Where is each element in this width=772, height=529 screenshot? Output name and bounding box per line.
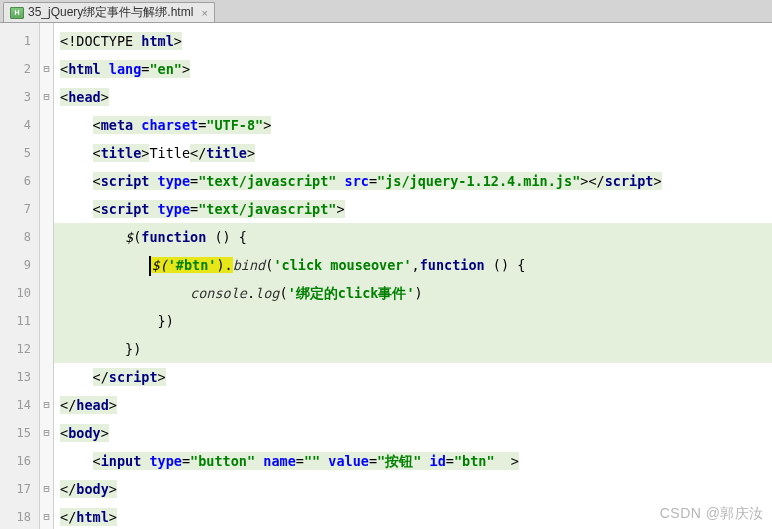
html-file-icon: H <box>10 7 24 19</box>
line-number: 1 <box>0 27 39 55</box>
code-line[interactable]: <!DOCTYPE html> <box>54 27 772 55</box>
line-number: 16 <box>0 447 39 475</box>
code-line[interactable]: </head> <box>54 391 772 419</box>
line-number-gutter: 1 2 3 4 5 6 7 8 9 10 11 12 13 14 15 16 1… <box>0 23 40 529</box>
code-line[interactable]: }) <box>54 335 772 363</box>
line-number: 15 <box>0 419 39 447</box>
line-number: 13 <box>0 363 39 391</box>
code-line[interactable]: <head> <box>54 83 772 111</box>
close-icon[interactable]: × <box>201 7 207 19</box>
line-number: 12 <box>0 335 39 363</box>
code-content[interactable]: <!DOCTYPE html> <html lang="en"> <head> … <box>54 23 772 529</box>
code-editor[interactable]: 1 2 3 4 5 6 7 8 9 10 11 12 13 14 15 16 1… <box>0 23 772 529</box>
code-line[interactable]: <body> <box>54 419 772 447</box>
line-number: 17 <box>0 475 39 503</box>
code-line[interactable]: <input type="button" name="" value="按钮" … <box>54 447 772 475</box>
line-number: 6 <box>0 167 39 195</box>
code-line[interactable]: $('#btn').bind('click mouseover',functio… <box>54 251 772 279</box>
line-number: 2 <box>0 55 39 83</box>
line-number: 4 <box>0 111 39 139</box>
line-number: 9 <box>0 251 39 279</box>
code-line[interactable]: </html> <box>54 503 772 529</box>
code-line[interactable]: <title>Title</title> <box>54 139 772 167</box>
code-line[interactable]: console.log('绑定的click事件') <box>54 279 772 307</box>
code-line[interactable]: <script type="text/javascript"> <box>54 195 772 223</box>
tab-bar: H 35_jQuery绑定事件与解绑.html × <box>0 0 772 23</box>
line-number: 18 <box>0 503 39 529</box>
code-line[interactable]: <meta charset="UTF-8"> <box>54 111 772 139</box>
line-number: 11 <box>0 307 39 335</box>
line-number: 3 <box>0 83 39 111</box>
line-number: 8 <box>0 223 39 251</box>
line-number: 10 <box>0 279 39 307</box>
line-number: 14 <box>0 391 39 419</box>
file-tab[interactable]: H 35_jQuery绑定事件与解绑.html × <box>3 2 215 22</box>
fold-gutter: ⊟⊟⊟⊟⊟⊟ <box>40 23 54 529</box>
code-line[interactable]: }) <box>54 307 772 335</box>
code-line[interactable]: </script> <box>54 363 772 391</box>
tab-filename: 35_jQuery绑定事件与解绑.html <box>28 4 193 21</box>
code-line[interactable]: <html lang="en"> <box>54 55 772 83</box>
line-number: 7 <box>0 195 39 223</box>
code-line[interactable]: $(function () { <box>54 223 772 251</box>
code-line[interactable]: <script type="text/javascript" src="js/j… <box>54 167 772 195</box>
line-number: 5 <box>0 139 39 167</box>
code-line[interactable]: </body> <box>54 475 772 503</box>
